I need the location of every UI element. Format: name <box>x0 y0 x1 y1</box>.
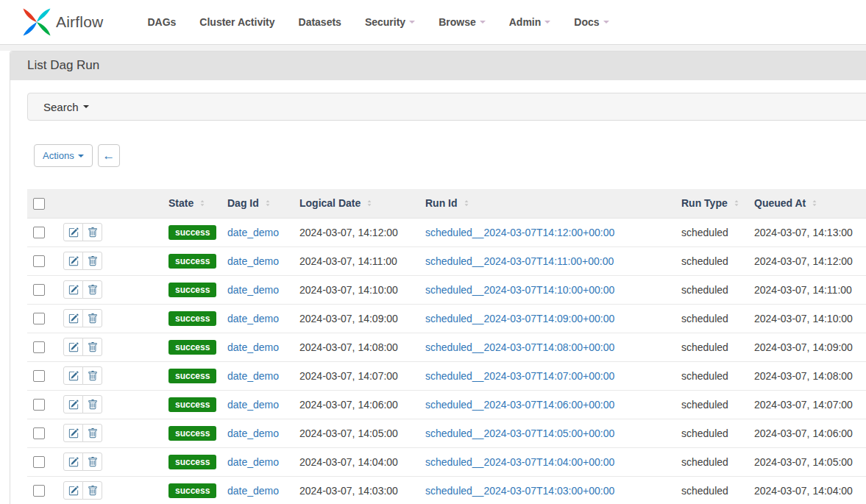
edit-button[interactable] <box>63 280 83 299</box>
row-checkbox[interactable] <box>33 313 45 324</box>
table-row: success date_demo 2024-03-07, 14:04:00 s… <box>27 447 866 476</box>
logical-date-cell: 2024-03-07, 14:03:00 <box>294 476 419 504</box>
table-row: success date_demo 2024-03-07, 14:07:00 s… <box>27 361 866 390</box>
actions-button-label: Actions <box>43 150 74 161</box>
edit-button[interactable] <box>63 223 83 241</box>
nav-item[interactable]: Admin <box>497 9 563 35</box>
trash-icon <box>88 486 98 496</box>
nav-item[interactable]: Security <box>353 9 427 35</box>
row-checkbox[interactable] <box>33 255 45 267</box>
pencil-square-icon <box>68 371 79 381</box>
run-id-link[interactable]: scheduled__2024-03-07T14:09:00+00:00 <box>425 313 614 324</box>
edit-button[interactable] <box>63 366 83 385</box>
queued-at-cell: 2024-03-07, 14:13:00 <box>748 218 866 246</box>
airflow-brand[interactable]: Airflow <box>21 6 103 38</box>
delete-button[interactable] <box>82 424 102 442</box>
dag-id-link[interactable]: date_demo <box>227 227 279 238</box>
trash-icon <box>88 313 98 324</box>
column-header-logical-date[interactable]: Logical Date <box>299 197 374 209</box>
run-id-link[interactable]: scheduled__2024-03-07T14:11:00+00:00 <box>425 255 614 267</box>
row-action-buttons <box>63 424 102 442</box>
queued-at-cell: 2024-03-07, 14:05:00 <box>748 447 866 476</box>
state-badge: success <box>168 340 216 355</box>
state-badge: success <box>168 369 216 383</box>
dag-id-link[interactable]: date_demo <box>227 370 279 382</box>
state-badge: success <box>168 254 216 269</box>
delete-button[interactable] <box>82 481 102 500</box>
dag-id-link[interactable]: date_demo <box>227 456 279 468</box>
caret-down-icon <box>83 105 89 108</box>
row-checkbox[interactable] <box>33 341 45 353</box>
select-all-checkbox[interactable] <box>33 198 45 210</box>
column-header-queued-at[interactable]: Queued At <box>754 197 819 209</box>
airflow-logo-icon <box>21 6 53 38</box>
row-checkbox[interactable] <box>33 485 45 497</box>
dag-id-link[interactable]: date_demo <box>227 485 279 497</box>
queued-at-cell: 2024-03-07, 14:07:00 <box>748 390 866 419</box>
nav-item[interactable]: Browse <box>427 9 497 35</box>
column-header-dag-id[interactable]: Dag Id <box>227 197 272 209</box>
table-row: success date_demo 2024-03-07, 14:06:00 s… <box>27 390 866 419</box>
search-dropdown[interactable]: Search <box>27 93 866 121</box>
row-checkbox[interactable] <box>33 399 45 411</box>
row-action-buttons <box>63 366 102 385</box>
edit-button[interactable] <box>63 309 83 327</box>
run-id-link[interactable]: scheduled__2024-03-07T14:10:00+00:00 <box>425 284 614 296</box>
run-id-link[interactable]: scheduled__2024-03-07T14:06:00+00:00 <box>425 399 614 411</box>
delete-button[interactable] <box>82 338 102 356</box>
state-badge: success <box>168 426 216 441</box>
run-id-link[interactable]: scheduled__2024-03-07T14:05:00+00:00 <box>425 427 614 439</box>
run-type-cell: scheduled <box>675 246 748 275</box>
row-checkbox[interactable] <box>33 427 45 439</box>
actions-button[interactable]: Actions <box>34 144 93 167</box>
pencil-square-icon <box>68 342 79 352</box>
run-id-link[interactable]: scheduled__2024-03-07T14:03:00+00:00 <box>425 485 614 497</box>
delete-button[interactable] <box>82 452 102 471</box>
edit-button[interactable] <box>63 252 83 270</box>
dag-id-link[interactable]: date_demo <box>227 399 279 411</box>
column-header-state[interactable]: State <box>168 197 207 209</box>
dag-id-link[interactable]: date_demo <box>227 255 279 267</box>
nav-item[interactable]: Cluster Activity <box>188 9 286 35</box>
column-header-run-type[interactable]: Run Type <box>681 197 741 209</box>
edit-button[interactable] <box>63 452 83 471</box>
dag-id-link[interactable]: date_demo <box>227 341 279 353</box>
row-checkbox[interactable] <box>33 227 45 238</box>
list-dag-run-panel: List Dag Run Search Actions ← <box>10 51 866 504</box>
row-action-buttons <box>63 395 102 414</box>
delete-button[interactable] <box>82 366 102 385</box>
delete-button[interactable] <box>82 280 102 299</box>
run-id-link[interactable]: scheduled__2024-03-07T14:07:00+00:00 <box>425 370 614 382</box>
run-id-link[interactable]: scheduled__2024-03-07T14:04:00+00:00 <box>425 456 614 468</box>
edit-button[interactable] <box>63 424 83 442</box>
run-id-link[interactable]: scheduled__2024-03-07T14:08:00+00:00 <box>425 341 614 353</box>
row-checkbox[interactable] <box>33 456 45 468</box>
navbar-shadow-strip <box>0 45 866 51</box>
edit-button[interactable] <box>63 338 83 356</box>
delete-button[interactable] <box>82 223 102 241</box>
back-button[interactable]: ← <box>98 144 120 167</box>
delete-button[interactable] <box>82 309 102 327</box>
caret-down-icon <box>544 21 550 24</box>
delete-button[interactable] <box>82 395 102 414</box>
edit-button[interactable] <box>63 395 83 414</box>
edit-button[interactable] <box>63 481 83 500</box>
row-checkbox[interactable] <box>33 370 45 382</box>
logical-date-cell: 2024-03-07, 14:05:00 <box>294 419 419 447</box>
nav-item[interactable]: DAGs <box>135 9 188 35</box>
trash-icon <box>88 342 98 352</box>
nav-item[interactable]: Docs <box>562 9 620 35</box>
nav-item[interactable]: Datasets <box>287 9 353 35</box>
dag-id-link[interactable]: date_demo <box>227 427 279 439</box>
column-header-run-id[interactable]: Run Id <box>425 197 471 209</box>
logical-date-cell: 2024-03-07, 14:04:00 <box>294 447 419 476</box>
dag-id-link[interactable]: date_demo <box>227 284 279 296</box>
dag-id-link[interactable]: date_demo <box>227 313 279 324</box>
trash-icon <box>88 256 98 266</box>
row-checkbox[interactable] <box>33 284 45 296</box>
delete-button[interactable] <box>82 252 102 270</box>
logical-date-cell: 2024-03-07, 14:09:00 <box>294 304 419 333</box>
row-action-buttons <box>63 223 102 241</box>
nav-item-label: Cluster Activity <box>199 16 274 28</box>
run-id-link[interactable]: scheduled__2024-03-07T14:12:00+00:00 <box>425 227 614 238</box>
